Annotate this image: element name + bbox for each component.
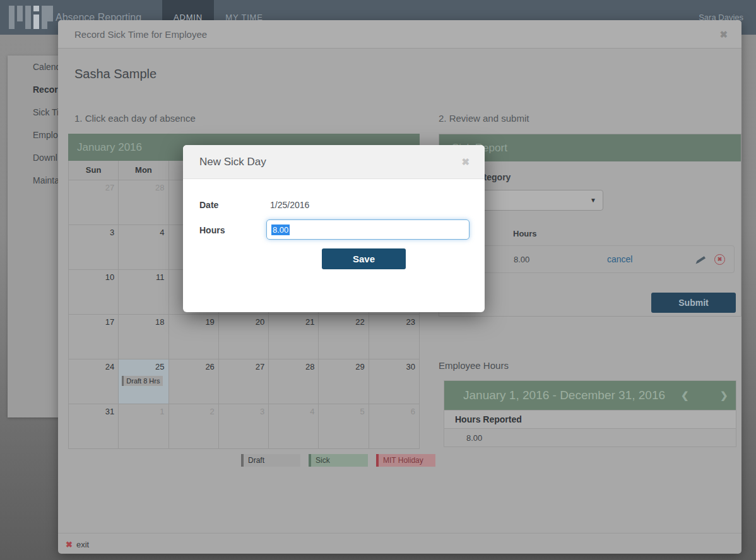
calendar-day[interactable]: 18 [119, 314, 168, 359]
selected-input-text: 8.00 [271, 225, 290, 235]
day-number: 30 [406, 362, 415, 371]
calendar-day-selected[interactable]: 25Draft 8 Hrs [119, 359, 168, 404]
day-number: 26 [205, 362, 214, 371]
employee-hours-table: January 1, 2016 - December 31, 2016 ❮ ❯ … [444, 380, 736, 447]
calendar-day[interactable]: 30 [369, 359, 419, 404]
day-number: 25 [155, 362, 164, 371]
step1-heading: 1. Click each day of absence [74, 113, 196, 124]
calendar-day[interactable]: 17 [69, 314, 119, 359]
employee-name: Sasha Sample [74, 67, 157, 81]
date-value: 1/25/2016 [270, 200, 309, 210]
edit-pencil-icon[interactable] [695, 255, 706, 267]
day-number: 27 [105, 183, 114, 192]
day-number: 2 [210, 407, 215, 416]
calendar-day[interactable]: 20 [219, 314, 269, 359]
delete-icon[interactable]: ✖ [714, 254, 725, 265]
calendar-day[interactable]: 11 [119, 269, 168, 314]
day-number: 22 [355, 317, 364, 327]
sick-report-row: 8.00 ✖ [449, 245, 735, 273]
day-number: 27 [256, 362, 264, 371]
mit-logo-icon [9, 6, 53, 29]
day-number: 31 [105, 407, 114, 416]
calendar-day[interactable]: 2 [169, 404, 219, 448]
day-number: 18 [155, 317, 164, 327]
day-number: 24 [105, 362, 114, 371]
day-number: 17 [105, 317, 114, 327]
modal-footer: ✖exit [58, 533, 741, 554]
day-number: 11 [156, 272, 165, 282]
calendar-day[interactable]: 24 [69, 359, 119, 404]
day-number: 1 [160, 407, 164, 416]
calendar-day[interactable]: 29 [319, 359, 369, 404]
calendar-day[interactable]: 31 [69, 404, 119, 448]
day-number: 4 [310, 407, 314, 416]
legend-item: Draft [241, 454, 300, 467]
calendar-day[interactable]: 19 [169, 314, 219, 359]
calendar-day[interactable]: 28 [269, 359, 319, 404]
dialog-header: New Sick Day ✖ [183, 145, 485, 179]
calendar-day[interactable]: 23 [369, 314, 419, 359]
day-number: 28 [305, 362, 314, 371]
hours-input[interactable]: 8.00 [266, 219, 470, 240]
day-number: 20 [256, 317, 264, 327]
calendar-day[interactable]: 3 [219, 404, 269, 448]
step2-heading: 2. Review and submit [439, 113, 529, 124]
calendar-day[interactable]: 27 [69, 180, 119, 225]
close-icon[interactable]: ✖ [719, 20, 728, 49]
employee-hours-range-header: January 1, 2016 - December 31, 2016 ❮ ❯ [444, 381, 736, 410]
calendar-day[interactable]: 3 [69, 225, 119, 269]
hours-column-header: Hours [513, 229, 537, 238]
calendar-day[interactable]: 22 [319, 314, 369, 359]
day-number: 3 [260, 407, 264, 416]
prev-arrow-icon[interactable]: ❮ [681, 381, 689, 410]
calendar-day[interactable]: 5 [319, 404, 369, 448]
chevron-down-icon: ▼ [590, 197, 596, 204]
calendar-day[interactable]: 4 [119, 225, 168, 269]
row-hours-value: 8.00 [514, 246, 529, 274]
dow-label: Sun [69, 161, 119, 180]
legend-item: MIT Holiday [376, 454, 435, 467]
day-number: 10 [105, 272, 114, 282]
calendar-day[interactable]: 1 [119, 404, 168, 448]
modal-header: Record Sick Time for Employee ✖ [58, 20, 741, 49]
date-label: Date [199, 200, 218, 210]
day-number: 5 [360, 407, 364, 416]
day-number: 23 [406, 317, 415, 327]
exit-link[interactable]: exit [76, 540, 89, 549]
calendar-day[interactable]: 4 [269, 404, 319, 448]
exit-x-icon: ✖ [66, 540, 73, 549]
employee-hours-heading: Employee Hours [439, 360, 509, 371]
day-number: 29 [355, 362, 364, 371]
calendar-day[interactable]: 26 [169, 359, 219, 404]
draft-event-badge[interactable]: Draft 8 Hrs [122, 376, 163, 386]
calendar-day[interactable]: 21 [269, 314, 319, 359]
new-sick-day-dialog: New Sick Day ✖ Date 1/25/2016 Hours 8.00… [183, 145, 485, 312]
cancel-link[interactable]: cancel [607, 254, 632, 264]
app-root: Absence Reporting ADMIN MY TIME Sara Dav… [0, 0, 756, 560]
next-arrow-icon[interactable]: ❯ [720, 381, 728, 410]
dialog-title: New Sick Day [199, 145, 266, 179]
day-number: 6 [411, 407, 415, 416]
hours-label: Hours [199, 225, 225, 235]
day-number: 28 [155, 183, 164, 192]
day-number: 19 [205, 317, 214, 327]
save-button[interactable]: Save [322, 248, 406, 269]
day-number: 4 [160, 228, 164, 237]
calendar-day[interactable]: 10 [69, 269, 119, 314]
calendar-day[interactable]: 28 [119, 180, 168, 225]
dialog-close-icon[interactable]: ✖ [461, 145, 470, 179]
legend-item: Sick [309, 454, 368, 467]
dow-label: Mon [119, 161, 168, 180]
calendar-legend: DraftSickMIT Holiday [241, 454, 435, 467]
calendar-day[interactable]: 6 [369, 404, 419, 448]
day-number: 21 [305, 317, 314, 327]
modal-title: Record Sick Time for Employee [74, 20, 207, 49]
hours-reported-header: Hours Reported [444, 410, 736, 428]
calendar-day[interactable]: 27 [219, 359, 269, 404]
day-number: 3 [110, 228, 114, 237]
date-range-label: January 1, 2016 - December 31, 2016 [463, 388, 665, 402]
hours-reported-value: 8.00 [444, 428, 736, 446]
submit-button[interactable]: Submit [651, 293, 736, 313]
